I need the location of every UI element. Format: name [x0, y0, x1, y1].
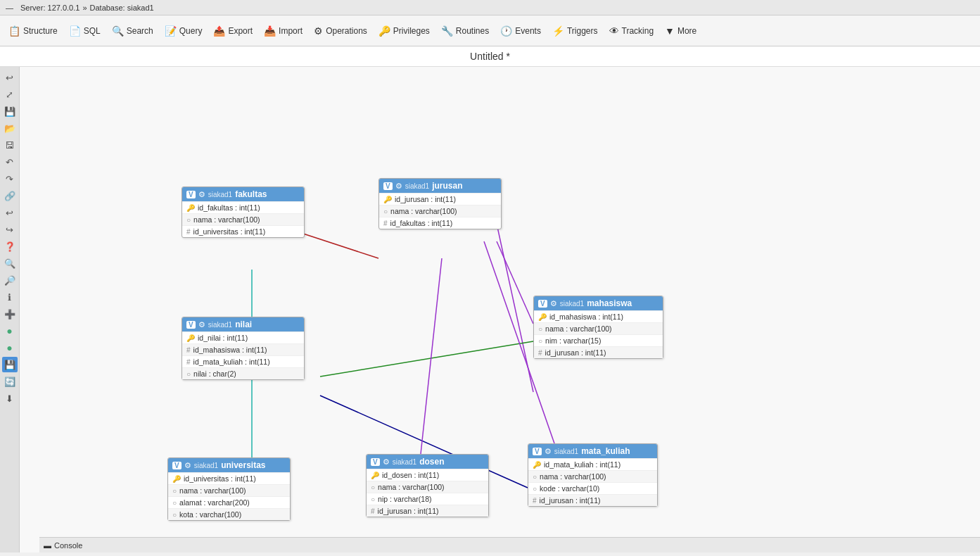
table-row: # id_jurusan : int(11)	[367, 505, 488, 517]
relationship-lines	[20, 67, 980, 552]
sidebar-add-btn[interactable]: ➕	[2, 306, 18, 322]
sql-button[interactable]: 📄 SQL	[63, 21, 106, 41]
svg-line-6	[421, 258, 442, 454]
table-fakultas-header: V ⚙ siakad1 fakultas	[182, 187, 304, 201]
sidebar-zoomout-btn[interactable]: 🔎	[2, 272, 18, 288]
events-icon: 🕐	[500, 25, 512, 37]
table-mata-kuliah-header: V ⚙ siakad1 mata_kuliah	[528, 444, 657, 458]
export-icon: 📤	[213, 25, 225, 37]
sidebar-info-btn[interactable]: ℹ	[2, 289, 18, 305]
table-row: ○ nama : varchar(100)	[168, 484, 290, 496]
server-label: Server: 127.0.0.1	[20, 4, 79, 12]
title-bar: — Server: 127.0.0.1 » Database: siakad1	[0, 0, 980, 15]
main-area: ↩ ⤢ 💾 📂 🖫 ↶ ↷ 🔗 ↩ ↪ ❓ 🔍 🔎 ℹ ➕ ● ● 💾 🔄 ⬇	[0, 67, 980, 552]
table-universitas-header: V ⚙ siakad1 universitas	[168, 458, 290, 472]
sidebar-blue1-btn[interactable]: ●	[2, 323, 18, 339]
query-icon: 📝	[165, 25, 177, 37]
breadcrumb-sep1: »	[82, 4, 87, 12]
sidebar-nav1-btn[interactable]: ↩	[2, 205, 18, 220]
database-label: Database: siakad1	[90, 4, 154, 12]
er-canvas: V ⚙ siakad1 fakultas 🔑 id_fakultas : int…	[20, 67, 980, 552]
table-nilai[interactable]: V ⚙ siakad1 nilai 🔑 id_nilai : int(11) #…	[182, 317, 305, 380]
table-universitas[interactable]: V ⚙ siakad1 universitas 🔑 id_universitas…	[167, 457, 291, 521]
more-dropdown-icon: ▼	[665, 25, 675, 37]
table-row: 🔑 id_jurusan : int(11)	[379, 193, 501, 205]
table-row: 🔑 id_universitas : int(11)	[168, 472, 290, 484]
sidebar-save1-btn[interactable]: 💾	[2, 103, 18, 119]
console-icon: ▬	[44, 541, 51, 550]
sidebar-zoomin-btn[interactable]: 🔍	[2, 255, 18, 271]
table-fakultas[interactable]: V ⚙ siakad1 fakultas 🔑 id_fakultas : int…	[182, 187, 305, 238]
table-dosen-header: V ⚙ siakad1 dosen	[367, 455, 488, 469]
structure-icon: 📋	[8, 25, 20, 37]
table-row: # id_fakultas : int(11)	[379, 217, 501, 229]
svg-line-3	[497, 224, 533, 392]
events-button[interactable]: 🕐 Events	[495, 21, 547, 41]
sidebar-saveactive-btn[interactable]: 💾	[2, 357, 18, 372]
table-mahasiswa-header: V ⚙ siakad1 mahasiswa	[534, 296, 663, 310]
more-button[interactable]: ▼ More	[659, 21, 702, 41]
routines-button[interactable]: 🔧 Routines	[435, 21, 495, 41]
table-row: ○ nama : varchar(100)	[379, 205, 501, 217]
sidebar-refresh-btn[interactable]: 🔄	[2, 374, 18, 389]
sidebar-open-btn[interactable]: 📂	[2, 120, 18, 136]
sidebar-redo-btn[interactable]: ↷	[2, 171, 18, 187]
routines-icon: 🔧	[441, 25, 453, 37]
sidebar-back-btn[interactable]: ↩	[2, 70, 18, 85]
table-row: 🔑 id_mahasiswa : int(11)	[534, 310, 663, 322]
table-row: ○ kota : varchar(100)	[168, 508, 290, 520]
tracking-icon: 👁	[609, 25, 619, 37]
table-row: ○ nama : varchar(100)	[367, 481, 488, 493]
import-button[interactable]: 📥 Import	[258, 21, 308, 41]
tracking-button[interactable]: 👁 Tracking	[604, 21, 660, 41]
table-row: ○ nama : varchar(100)	[528, 470, 657, 482]
table-row: # id_universitas : int(11)	[182, 225, 304, 237]
minimize-icon[interactable]: —	[6, 4, 13, 12]
table-row: ○ nama : varchar(100)	[182, 213, 304, 225]
sidebar-fullscreen-btn[interactable]: ⤢	[2, 87, 18, 102]
triggers-button[interactable]: ⚡ Triggers	[547, 21, 604, 41]
sidebar-down-btn[interactable]: ⬇	[2, 391, 18, 406]
sidebar-undo-btn[interactable]: ↶	[2, 154, 18, 170]
operations-icon: ⚙	[314, 25, 323, 37]
table-row: 🔑 id_fakultas : int(11)	[182, 201, 304, 213]
privileges-button[interactable]: 🔑 Privileges	[373, 21, 435, 41]
table-jurusan-header: V ⚙ siakad1 jurusan	[379, 179, 501, 193]
table-mahasiswa[interactable]: V ⚙ siakad1 mahasiswa 🔑 id_mahasiswa : i…	[533, 296, 663, 359]
search-icon: 🔍	[112, 25, 124, 37]
export-button[interactable]: 📤 Export	[208, 21, 258, 41]
left-sidebar: ↩ ⤢ 💾 📂 🖫 ↶ ↷ 🔗 ↩ ↪ ❓ 🔍 🔎 ℹ ➕ ● ● 💾 🔄 ⬇	[0, 67, 20, 552]
sidebar-save2-btn[interactable]: 🖫	[2, 137, 18, 153]
structure-button[interactable]: 📋 Structure	[3, 21, 63, 41]
table-row: ○ nip : varchar(18)	[367, 493, 488, 505]
search-button[interactable]: 🔍 Search	[106, 21, 159, 41]
table-row: 🔑 id_dosen : int(11)	[367, 469, 488, 481]
sidebar-nav2-btn[interactable]: ↪	[2, 222, 18, 237]
table-jurusan[interactable]: V ⚙ siakad1 jurusan 🔑 id_jurusan : int(1…	[378, 178, 502, 229]
query-button[interactable]: 📝 Query	[159, 21, 208, 41]
breadcrumb: — Server: 127.0.0.1 » Database: siakad1	[6, 4, 154, 12]
page-title: Untitled *	[0, 46, 980, 67]
table-row: ○ nilai : char(2)	[182, 367, 304, 379]
table-row: ○ nama : varchar(100)	[534, 322, 663, 334]
table-row: ○ kode : varchar(10)	[528, 482, 657, 494]
sidebar-blue2-btn[interactable]: ●	[2, 340, 18, 355]
svg-line-8	[497, 241, 533, 324]
table-row: 🔑 id_nilai : int(11)	[182, 331, 304, 343]
svg-line-4	[320, 341, 533, 377]
table-row: # id_mata_kuliah : int(11)	[182, 355, 304, 367]
import-icon: 📥	[264, 25, 276, 37]
triggers-icon: ⚡	[552, 25, 564, 37]
table-nilai-header: V ⚙ siakad1 nilai	[182, 317, 304, 331]
table-dosen[interactable]: V ⚙ siakad1 dosen 🔑 id_dosen : int(11) ○…	[366, 454, 489, 517]
sidebar-link-btn[interactable]: 🔗	[2, 188, 18, 203]
table-row: 🔑 id_mata_kuliah : int(11)	[528, 458, 657, 470]
toolbar: 📋 Structure 📄 SQL 🔍 Search 📝 Query 📤 Exp…	[0, 15, 980, 46]
table-row: # id_jurusan : int(11)	[534, 346, 663, 358]
operations-button[interactable]: ⚙ Operations	[308, 21, 373, 41]
table-mata-kuliah[interactable]: V ⚙ siakad1 mata_kuliah 🔑 id_mata_kuliah…	[528, 443, 658, 507]
privileges-icon: 🔑	[378, 25, 390, 37]
table-row: ○ alamat : varchar(200)	[168, 496, 290, 508]
sidebar-help-btn[interactable]: ❓	[2, 239, 18, 254]
console-bar[interactable]: ▬ Console	[39, 537, 980, 552]
